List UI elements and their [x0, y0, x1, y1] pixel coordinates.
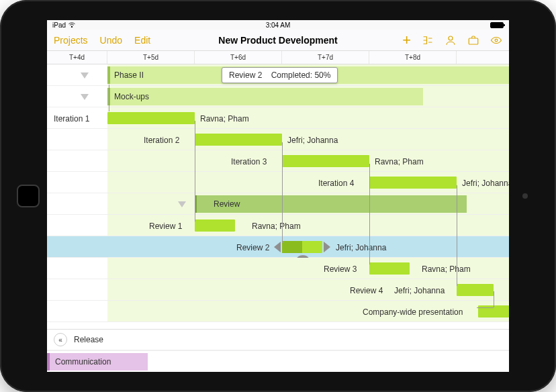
assignees: Ravna; Pham [252, 222, 301, 231]
release-row[interactable]: « Release [47, 329, 509, 350]
assignees: Ravna; Pham [422, 264, 471, 274]
assignees: Jefri; Johanna [462, 179, 509, 188]
gantt-chart[interactable]: Phase II Mock-ups Iteration 1 Ravna; Pha… [47, 64, 509, 372]
task-bar-rev3[interactable] [369, 262, 410, 275]
communication-row[interactable]: Communication [47, 350, 509, 372]
group-bar-mockups[interactable] [107, 88, 423, 105]
task-label: Iteration 3 [231, 157, 267, 166]
svg-point-3 [495, 39, 498, 42]
projects-button[interactable]: Projects [54, 35, 88, 46]
day-col: T+5d [107, 51, 195, 64]
svg-point-1 [449, 36, 453, 40]
edit-button[interactable]: Edit [134, 35, 150, 46]
status-bar: iPad 3:04 AM [47, 20, 509, 30]
group-label: Communication [55, 357, 111, 366]
task-progress-fill [282, 241, 302, 253]
svg-rect-2 [469, 38, 478, 44]
task-bar-iter4[interactable] [369, 177, 457, 189]
eye-icon[interactable] [490, 34, 502, 46]
assignees: Ravna; Pham [200, 114, 249, 124]
person-icon[interactable] [445, 34, 457, 46]
task-label: Iteration 2 [144, 136, 179, 145]
task-label: Review 2 [236, 243, 269, 252]
briefcase-icon[interactable] [467, 34, 479, 46]
task-label: Review 4 [350, 286, 383, 295]
assignees: Ravna; Pham [375, 157, 424, 166]
camera-dot [522, 193, 528, 199]
add-icon[interactable]: + [402, 34, 411, 46]
task-bar-iter1[interactable] [107, 112, 195, 124]
assignees: Jefri; Johanna [394, 286, 445, 295]
task-label: Iteration 4 [318, 179, 354, 188]
structure-icon[interactable] [422, 34, 434, 46]
task-label: Review 3 [324, 264, 357, 274]
resize-handle-right[interactable] [324, 242, 333, 252]
group-label: Phase II [114, 70, 144, 80]
task-bar-presentation[interactable] [478, 305, 509, 317]
task-tooltip: Review 2 Completed: 50% [222, 67, 338, 83]
ipad-frame: iPad 3:04 AM Projects Undo Edit New Prod… [0, 0, 556, 392]
day-col: T+4d [47, 51, 107, 64]
disclosure-triangle-icon[interactable] [178, 201, 186, 207]
tooltip-completed-label: Completed: [271, 70, 312, 80]
task-label: Company-wide presentation [363, 307, 463, 317]
assignees: Jefri; Johanna [287, 136, 338, 145]
disclosure-triangle-icon[interactable] [81, 72, 89, 79]
collapse-button[interactable]: « [54, 333, 67, 346]
group-label: Mock-ups [114, 92, 149, 101]
task-label: Iteration 1 [54, 114, 89, 124]
resize-handle-left[interactable] [271, 242, 281, 252]
task-label: Review 1 [149, 222, 182, 231]
clock: 3:04 AM [47, 21, 509, 29]
assignees: Jefri; Johanna [336, 243, 386, 252]
home-button[interactable] [17, 185, 40, 207]
battery-icon [490, 22, 504, 28]
tooltip-completed-value: 50% [314, 70, 330, 80]
day-col: T+7d [282, 51, 369, 64]
task-bar-iter2[interactable] [195, 134, 282, 146]
release-label: Release [74, 335, 103, 344]
task-bar-rev4[interactable] [457, 284, 494, 296]
undo-button[interactable]: Undo [100, 35, 122, 46]
task-bar-iter3[interactable] [282, 155, 369, 167]
disclosure-triangle-icon[interactable] [81, 94, 89, 100]
screen: iPad 3:04 AM Projects Undo Edit New Prod… [47, 20, 509, 372]
group-label: Review [214, 199, 240, 209]
day-col: T+8d [369, 51, 457, 64]
task-bar-rev1[interactable] [195, 219, 235, 232]
tooltip-task: Review 2 [229, 70, 262, 80]
timeline-header: T+4d T+5d T+6d T+7d T+8d [47, 51, 509, 64]
selected-row[interactable]: Review 2 Jefri; Johanna [47, 236, 509, 258]
toolbar: Projects Undo Edit New Product Developme… [47, 30, 509, 51]
day-col: T+6d [195, 51, 282, 64]
